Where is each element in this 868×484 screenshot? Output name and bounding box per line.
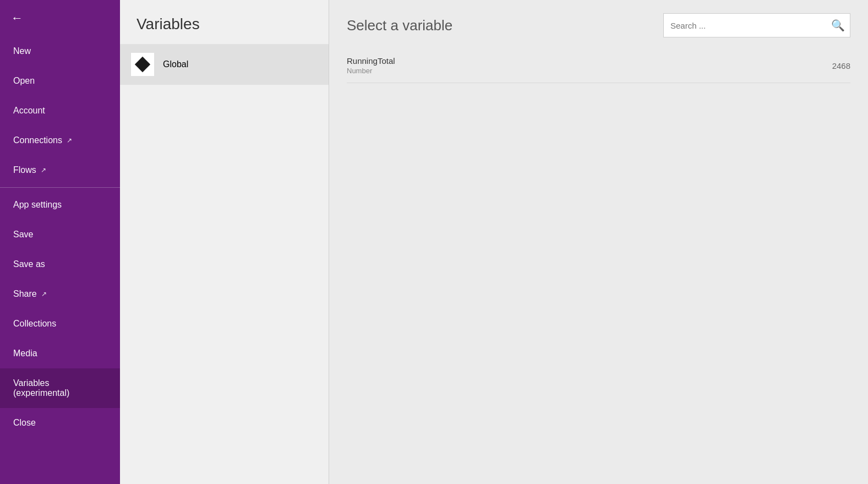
variable-name: RunningTotal [347, 56, 832, 66]
search-box: 🔍 [663, 13, 850, 37]
back-arrow-icon: ← [11, 12, 23, 24]
middle-panel: Variables Global [120, 0, 329, 484]
sidebar-item-account[interactable]: Account [0, 96, 120, 126]
sidebar-item-close[interactable]: Close [0, 408, 120, 438]
sidebar-item-label: Variables (experimental) [13, 378, 107, 398]
sidebar-item-save[interactable]: Save [0, 220, 120, 249]
external-link-icon: ↗ [41, 166, 46, 174]
variables-title: Variables [120, 0, 329, 44]
sidebar-item-label: Media [13, 349, 37, 358]
sidebar-item-label: Open [13, 76, 35, 86]
sidebar-item-label: App settings [13, 200, 62, 210]
variables-list: RunningTotal Number 2468 [329, 48, 868, 83]
sidebar-item-label: Collections [13, 319, 56, 329]
right-header: Select a variable 🔍 [329, 0, 868, 48]
variable-value: 2468 [832, 61, 850, 70]
search-input[interactable] [664, 21, 826, 30]
external-link-icon: ↗ [41, 290, 47, 298]
sidebar-item-open[interactable]: Open [0, 66, 120, 96]
back-button[interactable]: ← [0, 0, 120, 36]
sidebar: ← New Open Account Connections ↗ Flows ↗… [0, 0, 120, 484]
sidebar-item-label: Save [13, 230, 33, 240]
search-icon: 🔍 [831, 19, 845, 32]
sidebar-item-label: Account [13, 106, 45, 116]
sidebar-item-label: Flows [13, 165, 36, 175]
sidebar-item-save-as[interactable]: Save as [0, 249, 120, 279]
sidebar-item-connections[interactable]: Connections ↗ [0, 126, 120, 155]
external-link-icon: ↗ [67, 137, 72, 144]
sidebar-item-label: Close [13, 418, 36, 428]
sidebar-item-media[interactable]: Media [0, 339, 120, 368]
table-row[interactable]: RunningTotal Number 2468 [347, 48, 850, 83]
global-icon-container [131, 53, 154, 76]
sidebar-item-collections[interactable]: Collections [0, 309, 120, 339]
sidebar-divider [0, 187, 120, 188]
right-panel: Select a variable 🔍 RunningTotal Number … [329, 0, 868, 484]
global-label: Global [163, 59, 188, 69]
sidebar-item-share[interactable]: Share ↗ [0, 279, 120, 309]
sidebar-item-label: New [13, 46, 31, 56]
diamond-icon [135, 57, 150, 72]
global-item[interactable]: Global [120, 44, 329, 85]
select-variable-title: Select a variable [347, 17, 452, 34]
variable-info: RunningTotal Number [347, 56, 832, 75]
sidebar-item-label: Share [13, 289, 37, 299]
sidebar-item-flows[interactable]: Flows ↗ [0, 155, 120, 185]
variable-type: Number [347, 67, 832, 75]
search-button[interactable]: 🔍 [826, 13, 850, 37]
sidebar-item-variables[interactable]: Variables (experimental) [0, 368, 120, 408]
sidebar-item-label: Connections [13, 135, 62, 145]
sidebar-item-app-settings[interactable]: App settings [0, 190, 120, 220]
sidebar-item-new[interactable]: New [0, 36, 120, 66]
sidebar-item-label: Save as [13, 259, 45, 269]
